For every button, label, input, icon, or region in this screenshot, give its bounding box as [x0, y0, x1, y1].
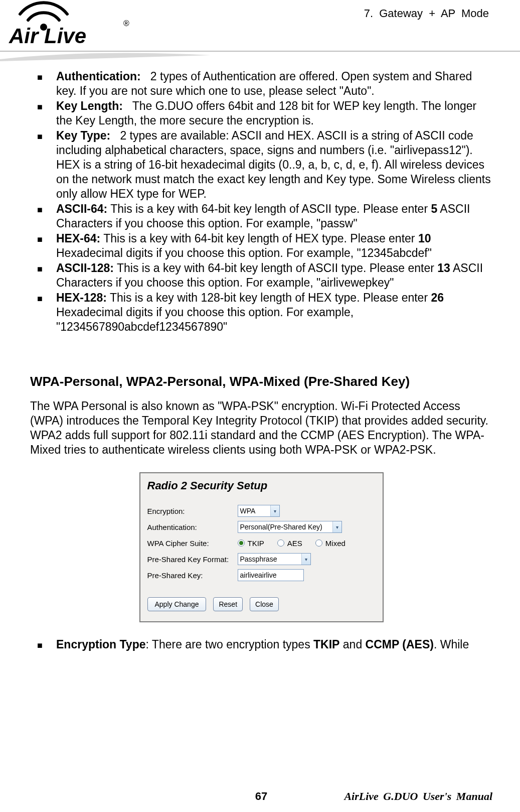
item-bold: TKIP [313, 638, 339, 651]
reset-button[interactable]: Reset [213, 597, 243, 611]
item-text: This is a key with 128-bit key length of… [107, 291, 431, 304]
row-encryption: Encryption: WPA ▾ [147, 503, 376, 519]
apply-change-button[interactable]: Apply Change [147, 597, 207, 611]
manual-name: AirLive G.DUO User's Manual [344, 790, 492, 803]
list-item: Key Type: 2 types are available: ASCII a… [56, 128, 492, 201]
radio-label: AES [287, 536, 302, 551]
item-label: Key Type: [56, 129, 110, 142]
cipher-radio-group: TKIP AES Mixed [238, 536, 345, 551]
list-item: HEX-64: This is a key with 64-bit key le… [56, 231, 492, 260]
radio-tkip[interactable]: TKIP [238, 536, 264, 551]
cipher-label: WPA Cipher Suite: [147, 536, 238, 551]
psk-label: Pre-Shared Key: [147, 568, 238, 583]
encryption-label: Encryption: [147, 504, 238, 518]
header-divider [0, 50, 520, 61]
svg-text:®: ® [123, 19, 129, 28]
page: 7. Gateway + AP Mode Air Live ® Authenti… [0, 0, 520, 812]
encryption-select[interactable]: WPA ▾ [238, 505, 280, 517]
panel-body: Encryption: WPA ▾ Authentication: Person… [140, 503, 383, 621]
authentication-label: Authentication: [147, 520, 238, 534]
bullet-list-top: Authentication: 2 types of Authenticatio… [30, 69, 492, 334]
section-paragraph: The WPA Personal is also known as "WPA-P… [30, 399, 492, 457]
bullet-list-bottom: Encryption Type: There are two encryptio… [30, 637, 492, 652]
item-text: Hexadecimal digits if you choose this op… [56, 306, 354, 333]
content: Authentication: 2 types of Authenticatio… [30, 69, 492, 652]
item-text: 2 types are available: ASCII and HEX. AS… [56, 129, 491, 200]
item-label: HEX-64: [56, 232, 100, 245]
list-item: ASCII-64: This is a key with 64-bit key … [56, 202, 492, 231]
radio-icon [238, 539, 245, 547]
psk-format-select[interactable]: Passphrase ▾ [238, 553, 311, 565]
row-cipher: WPA Cipher Suite: TKIP AES Mixed [147, 535, 376, 551]
item-text: . While [434, 638, 469, 651]
row-authentication: Authentication: Personal(Pre-Shared Key)… [147, 519, 376, 535]
item-label: ASCII-64: [56, 202, 107, 215]
radio-label: TKIP [248, 536, 264, 551]
authentication-value: Personal(Pre-Shared Key) [240, 520, 332, 534]
item-label: Encryption Type [56, 638, 146, 651]
psk-format-value: Passphrase [240, 552, 301, 567]
button-row: Apply Change Reset Close [147, 597, 376, 611]
psk-input[interactable] [238, 569, 304, 581]
footer: 67 AirLive G.DUO User's Manual [30, 790, 492, 803]
item-bold-number: 26 [431, 291, 444, 304]
chevron-down-icon: ▾ [332, 521, 341, 532]
item-text: This is a key with 64-bit key length of … [107, 202, 431, 215]
item-bold-number: 13 [437, 261, 450, 275]
item-label: Key Length: [56, 99, 123, 112]
row-psk-format: Pre-Shared Key Format: Passphrase ▾ [147, 551, 376, 567]
item-bold: CCMP (AES) [366, 638, 434, 651]
item-text: There are two encryption types [149, 638, 313, 651]
radio-label: Mixed [325, 536, 345, 551]
section-heading: WPA-Personal, WPA2-Personal, WPA-Mixed (… [30, 374, 492, 389]
figure-wrap: Radio 2 Security Setup Encryption: WPA ▾… [30, 472, 492, 622]
list-item: Authentication: 2 types of Authenticatio… [56, 69, 492, 98]
authentication-select[interactable]: Personal(Pre-Shared Key) ▾ [238, 521, 342, 533]
item-text: Hexadecimal digits if you choose this op… [56, 246, 432, 259]
security-panel: Radio 2 Security Setup Encryption: WPA ▾… [139, 472, 384, 622]
chevron-down-icon: ▾ [301, 554, 310, 565]
list-item: Key Length: The G.DUO offers 64bit and 1… [56, 99, 492, 128]
list-item: HEX-128: This is a key with 128-bit key … [56, 291, 492, 334]
row-psk: Pre-Shared Key: [147, 567, 376, 583]
item-text: This is a key with 64-bit key length of … [114, 261, 437, 275]
airlive-logo: Air Live ® [6, 0, 136, 50]
item-bold-number: 10 [418, 232, 431, 245]
close-button[interactable]: Close [250, 597, 279, 611]
encryption-value: WPA [240, 504, 270, 518]
item-label: HEX-128: [56, 291, 107, 304]
svg-text:Air Live: Air Live [9, 24, 86, 48]
chevron-down-icon: ▾ [270, 505, 279, 516]
chapter-label: 7. Gateway + AP Mode [364, 7, 489, 20]
radio-aes[interactable]: AES [277, 536, 302, 551]
list-item: ASCII-128: This is a key with 64-bit key… [56, 261, 492, 290]
psk-format-label: Pre-Shared Key Format: [147, 552, 238, 567]
item-text: This is a key with 64-bit key length of … [100, 232, 418, 245]
item-label: Authentication: [56, 70, 141, 83]
radio-icon [277, 539, 284, 547]
item-bold-number: 5 [431, 202, 437, 215]
item-text: and [339, 638, 365, 651]
panel-title: Radio 2 Security Setup [140, 473, 383, 503]
item-label: ASCII-128: [56, 261, 114, 275]
radio-mixed[interactable]: Mixed [315, 536, 345, 551]
list-item: Encryption Type: There are two encryptio… [56, 637, 492, 652]
radio-icon [315, 539, 322, 547]
